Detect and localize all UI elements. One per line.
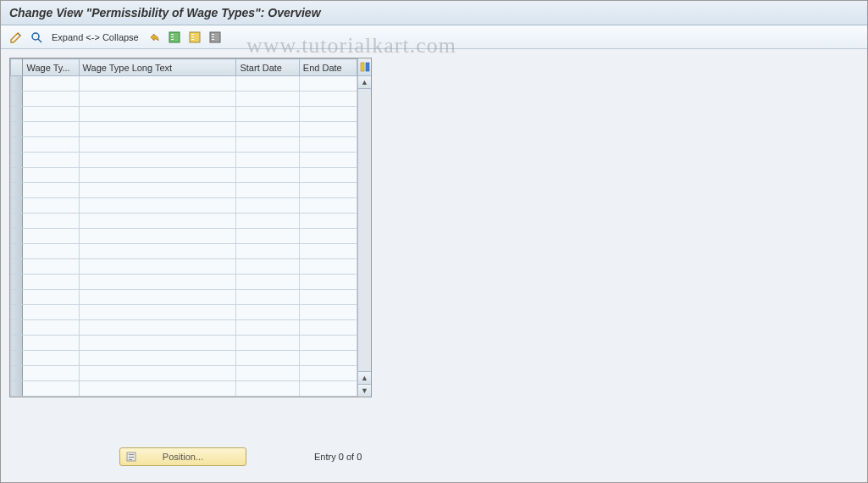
cell[interactable] [236, 76, 299, 92]
row-selector[interactable] [11, 214, 23, 229]
cell[interactable] [236, 229, 299, 244]
row-selector[interactable] [11, 259, 23, 275]
position-button[interactable]: Position... [119, 447, 246, 466]
cell[interactable] [236, 122, 299, 137]
cell[interactable] [79, 290, 236, 305]
cell[interactable] [79, 381, 236, 397]
row-selector[interactable] [11, 76, 23, 92]
select-all-header[interactable] [11, 59, 23, 76]
cell[interactable] [23, 122, 79, 137]
cell[interactable] [299, 290, 357, 305]
cell[interactable] [79, 76, 236, 92]
undo-icon[interactable] [146, 29, 163, 46]
cell[interactable] [79, 305, 236, 320]
cell[interactable] [299, 275, 357, 290]
cell[interactable] [23, 92, 79, 107]
cell[interactable] [299, 351, 357, 366]
cell[interactable] [299, 198, 357, 214]
cell[interactable] [299, 336, 357, 351]
cell[interactable] [23, 76, 79, 92]
cell[interactable] [79, 351, 236, 366]
cell[interactable] [23, 275, 79, 290]
cell[interactable] [236, 259, 299, 275]
cell[interactable] [79, 336, 236, 351]
row-selector[interactable] [11, 244, 23, 259]
cell[interactable] [299, 305, 357, 320]
cell[interactable] [79, 198, 236, 214]
cell[interactable] [236, 275, 299, 290]
row-selector[interactable] [11, 229, 23, 244]
cell[interactable] [79, 244, 236, 259]
cell[interactable] [299, 183, 357, 198]
cell[interactable] [23, 290, 79, 305]
row-selector[interactable] [11, 183, 23, 198]
select-block-icon[interactable] [186, 29, 203, 46]
cell[interactable] [299, 122, 357, 137]
cell[interactable] [23, 320, 79, 336]
cell[interactable] [299, 168, 357, 183]
cell[interactable] [23, 153, 79, 168]
cell[interactable] [23, 259, 79, 275]
cell[interactable] [236, 214, 299, 229]
row-selector[interactable] [11, 275, 23, 290]
cell[interactable] [79, 92, 236, 107]
cell[interactable] [23, 336, 79, 351]
cell[interactable] [236, 290, 299, 305]
cell[interactable] [23, 214, 79, 229]
cell[interactable] [236, 320, 299, 336]
cell[interactable] [236, 381, 299, 397]
cell[interactable] [236, 92, 299, 107]
cell[interactable] [79, 320, 236, 336]
row-selector[interactable] [11, 107, 23, 122]
cell[interactable] [236, 137, 299, 153]
details-icon[interactable] [28, 29, 45, 46]
cell[interactable] [23, 229, 79, 244]
cell[interactable] [23, 305, 79, 320]
cell[interactable] [79, 122, 236, 137]
cell[interactable] [299, 244, 357, 259]
cell[interactable] [23, 351, 79, 366]
row-selector[interactable] [11, 198, 23, 214]
cell[interactable] [79, 229, 236, 244]
cell[interactable] [79, 183, 236, 198]
cell[interactable] [299, 76, 357, 92]
expand-collapse-button[interactable]: Expand <-> Collapse [48, 32, 142, 42]
cell[interactable] [79, 275, 236, 290]
row-selector[interactable] [11, 168, 23, 183]
scroll-up2-icon[interactable]: ▲ [358, 371, 371, 384]
cell[interactable] [79, 366, 236, 381]
cell[interactable] [23, 366, 79, 381]
cell[interactable] [236, 198, 299, 214]
configure-columns-icon[interactable] [358, 58, 371, 76]
cell[interactable] [236, 183, 299, 198]
cell[interactable] [79, 137, 236, 153]
cell[interactable] [236, 305, 299, 320]
cell[interactable] [236, 351, 299, 366]
cell[interactable] [236, 336, 299, 351]
row-selector[interactable] [11, 381, 23, 397]
cell[interactable] [236, 366, 299, 381]
scroll-track[interactable] [358, 89, 371, 371]
cell[interactable] [236, 153, 299, 168]
cell[interactable] [23, 168, 79, 183]
cell[interactable] [23, 107, 79, 122]
row-selector[interactable] [11, 320, 23, 336]
cell[interactable] [79, 168, 236, 183]
row-selector[interactable] [11, 92, 23, 107]
cell[interactable] [79, 214, 236, 229]
scroll-up-icon[interactable]: ▲ [358, 76, 371, 89]
cell[interactable] [299, 153, 357, 168]
cell[interactable] [299, 92, 357, 107]
scroll-down-icon[interactable]: ▼ [358, 384, 371, 397]
cell[interactable] [299, 259, 357, 275]
cell[interactable] [23, 244, 79, 259]
cell[interactable] [23, 183, 79, 198]
cell[interactable] [299, 107, 357, 122]
cell[interactable] [299, 366, 357, 381]
row-selector[interactable] [11, 122, 23, 137]
cell[interactable] [236, 107, 299, 122]
cell[interactable] [236, 168, 299, 183]
row-selector[interactable] [11, 290, 23, 305]
row-selector[interactable] [11, 336, 23, 351]
deselect-all-icon[interactable] [207, 29, 224, 46]
